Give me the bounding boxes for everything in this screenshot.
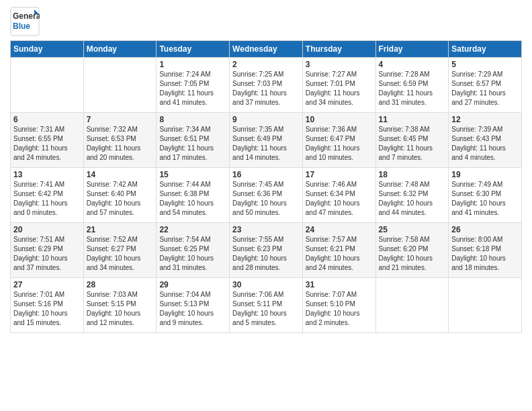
day-number: 8 (159, 115, 226, 124)
calendar-cell: 11 Sunrise: 7:38 AMSunset: 6:45 PMDaylig… (375, 113, 449, 168)
col-friday: Friday (375, 41, 449, 58)
calendar-cell: 13 Sunrise: 7:41 AMSunset: 6:42 PMDaylig… (11, 168, 84, 223)
day-number: 20 (13, 225, 81, 234)
header-row: Sunday Monday Tuesday Wednesday Thursday… (11, 41, 522, 58)
calendar-cell: 9 Sunrise: 7:35 AMSunset: 6:49 PMDayligh… (230, 113, 303, 168)
day-number: 31 (306, 280, 373, 289)
calendar-cell: 22 Sunrise: 7:54 AMSunset: 6:25 PMDaylig… (157, 223, 230, 278)
day-info: Sunrise: 7:04 AMSunset: 5:13 PMDaylight:… (159, 291, 214, 326)
calendar-cell: 7 Sunrise: 7:32 AMSunset: 6:53 PMDayligh… (83, 113, 157, 168)
calendar-cell: 12 Sunrise: 7:39 AMSunset: 6:43 PMDaylig… (449, 113, 522, 168)
day-number: 9 (232, 115, 300, 124)
day-info: Sunrise: 7:32 AMSunset: 6:53 PMDaylight:… (87, 126, 141, 161)
calendar-table: Sunday Monday Tuesday Wednesday Thursday… (10, 40, 522, 333)
day-number: 11 (379, 115, 446, 124)
day-info: Sunrise: 7:27 AMSunset: 7:01 PMDaylight:… (306, 71, 360, 106)
day-number: 26 (451, 225, 519, 234)
calendar-cell (11, 58, 84, 113)
day-number: 19 (451, 170, 519, 179)
calendar-week-row: 27 Sunrise: 7:01 AMSunset: 5:16 PMDaylig… (11, 278, 522, 333)
calendar-cell: 17 Sunrise: 7:46 AMSunset: 6:34 PMDaylig… (302, 168, 375, 223)
col-monday: Monday (83, 41, 157, 58)
calendar-cell (449, 278, 522, 333)
day-info: Sunrise: 7:49 AMSunset: 6:30 PMDaylight:… (451, 181, 506, 216)
calendar-cell: 26 Sunrise: 8:00 AMSunset: 6:18 PMDaylig… (449, 223, 522, 278)
day-number: 23 (232, 225, 300, 234)
day-info: Sunrise: 7:57 AMSunset: 6:21 PMDaylight:… (306, 236, 360, 271)
calendar-cell: 15 Sunrise: 7:44 AMSunset: 6:38 PMDaylig… (157, 168, 230, 223)
calendar-cell: 2 Sunrise: 7:25 AMSunset: 7:03 PMDayligh… (230, 58, 303, 113)
col-saturday: Saturday (449, 41, 522, 58)
calendar-cell: 19 Sunrise: 7:49 AMSunset: 6:30 PMDaylig… (449, 168, 522, 223)
day-number: 7 (87, 115, 154, 124)
calendar-week-row: 1 Sunrise: 7:24 AMSunset: 7:05 PMDayligh… (11, 58, 522, 113)
col-sunday: Sunday (11, 41, 84, 58)
day-number: 12 (451, 115, 519, 124)
col-thursday: Thursday (302, 41, 375, 58)
day-info: Sunrise: 7:58 AMSunset: 6:20 PMDaylight:… (379, 236, 433, 271)
day-number: 27 (13, 280, 81, 289)
day-number: 18 (379, 170, 446, 179)
calendar-cell: 31 Sunrise: 7:07 AMSunset: 5:10 PMDaylig… (302, 278, 375, 333)
calendar-cell: 10 Sunrise: 7:36 AMSunset: 6:47 PMDaylig… (302, 113, 375, 168)
calendar-week-row: 13 Sunrise: 7:41 AMSunset: 6:42 PMDaylig… (11, 168, 522, 223)
day-info: Sunrise: 7:07 AMSunset: 5:10 PMDaylight:… (306, 291, 360, 326)
calendar-cell: 1 Sunrise: 7:24 AMSunset: 7:05 PMDayligh… (157, 58, 230, 113)
day-info: Sunrise: 7:03 AMSunset: 5:15 PMDaylight:… (87, 291, 141, 326)
calendar-cell: 5 Sunrise: 7:29 AMSunset: 6:57 PMDayligh… (449, 58, 522, 113)
day-info: Sunrise: 7:24 AMSunset: 7:05 PMDaylight:… (159, 71, 214, 106)
col-wednesday: Wednesday (230, 41, 303, 58)
day-info: Sunrise: 7:28 AMSunset: 6:59 PMDaylight:… (379, 71, 433, 106)
day-info: Sunrise: 7:55 AMSunset: 6:23 PMDaylight:… (232, 236, 287, 271)
calendar-cell (375, 278, 449, 333)
day-info: Sunrise: 7:25 AMSunset: 7:03 PMDaylight:… (232, 71, 287, 106)
calendar-cell: 18 Sunrise: 7:48 AMSunset: 6:32 PMDaylig… (375, 168, 449, 223)
calendar-week-row: 6 Sunrise: 7:31 AMSunset: 6:55 PMDayligh… (11, 113, 522, 168)
day-number: 6 (13, 115, 81, 124)
day-info: Sunrise: 7:42 AMSunset: 6:40 PMDaylight:… (87, 181, 141, 216)
day-info: Sunrise: 7:51 AMSunset: 6:29 PMDaylight:… (13, 236, 68, 271)
page: General Blue Sunday Monday Tuesday Wedne… (0, 0, 532, 411)
day-number: 4 (379, 60, 446, 69)
day-number: 5 (451, 60, 519, 69)
day-info: Sunrise: 7:31 AMSunset: 6:55 PMDaylight:… (13, 126, 68, 161)
day-number: 13 (13, 170, 81, 179)
day-number: 21 (87, 225, 154, 234)
day-number: 16 (232, 170, 300, 179)
day-number: 30 (232, 280, 300, 289)
day-info: Sunrise: 7:36 AMSunset: 6:47 PMDaylight:… (306, 126, 360, 161)
svg-text:Blue: Blue (13, 21, 30, 31)
calendar-cell: 23 Sunrise: 7:55 AMSunset: 6:23 PMDaylig… (230, 223, 303, 278)
calendar-cell: 25 Sunrise: 7:58 AMSunset: 6:20 PMDaylig… (375, 223, 449, 278)
calendar-cell (83, 58, 157, 113)
day-info: Sunrise: 7:54 AMSunset: 6:25 PMDaylight:… (159, 236, 214, 271)
day-info: Sunrise: 7:34 AMSunset: 6:51 PMDaylight:… (159, 126, 214, 161)
day-info: Sunrise: 7:38 AMSunset: 6:45 PMDaylight:… (379, 126, 433, 161)
calendar-cell: 6 Sunrise: 7:31 AMSunset: 6:55 PMDayligh… (11, 113, 84, 168)
calendar-cell: 27 Sunrise: 7:01 AMSunset: 5:16 PMDaylig… (11, 278, 84, 333)
calendar-week-row: 20 Sunrise: 7:51 AMSunset: 6:29 PMDaylig… (11, 223, 522, 278)
day-number: 28 (87, 280, 154, 289)
calendar-cell: 8 Sunrise: 7:34 AMSunset: 6:51 PMDayligh… (157, 113, 230, 168)
day-number: 14 (87, 170, 154, 179)
day-number: 15 (159, 170, 226, 179)
calendar-cell: 14 Sunrise: 7:42 AMSunset: 6:40 PMDaylig… (83, 168, 157, 223)
day-info: Sunrise: 7:48 AMSunset: 6:32 PMDaylight:… (379, 181, 433, 216)
calendar-cell: 3 Sunrise: 7:27 AMSunset: 7:01 PMDayligh… (302, 58, 375, 113)
calendar-cell: 28 Sunrise: 7:03 AMSunset: 5:15 PMDaylig… (83, 278, 157, 333)
day-info: Sunrise: 8:00 AMSunset: 6:18 PMDaylight:… (451, 236, 506, 271)
day-info: Sunrise: 7:41 AMSunset: 6:42 PMDaylight:… (13, 181, 68, 216)
day-info: Sunrise: 7:46 AMSunset: 6:34 PMDaylight:… (306, 181, 360, 216)
day-number: 25 (379, 225, 446, 234)
day-number: 3 (306, 60, 373, 69)
day-number: 17 (306, 170, 373, 179)
calendar-cell: 16 Sunrise: 7:45 AMSunset: 6:36 PMDaylig… (230, 168, 303, 223)
day-info: Sunrise: 7:01 AMSunset: 5:16 PMDaylight:… (13, 291, 68, 326)
day-number: 24 (306, 225, 373, 234)
day-info: Sunrise: 7:52 AMSunset: 6:27 PMDaylight:… (87, 236, 141, 271)
day-info: Sunrise: 7:06 AMSunset: 5:11 PMDaylight:… (232, 291, 287, 326)
day-number: 2 (232, 60, 300, 69)
header: General Blue (10, 7, 522, 36)
calendar-cell: 29 Sunrise: 7:04 AMSunset: 5:13 PMDaylig… (157, 278, 230, 333)
calendar-cell: 21 Sunrise: 7:52 AMSunset: 6:27 PMDaylig… (83, 223, 157, 278)
